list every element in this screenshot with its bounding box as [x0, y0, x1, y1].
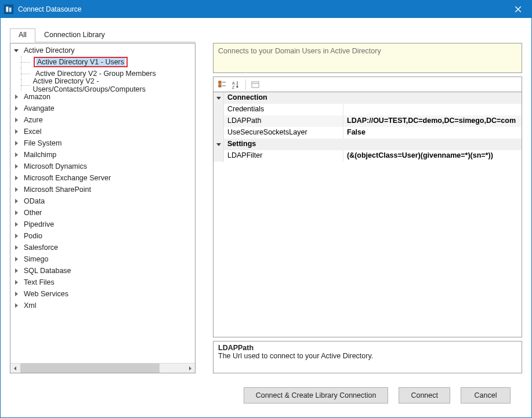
scroll-right-icon[interactable] — [185, 364, 195, 373]
highlight-box: Active Directory V1 - Users — [34, 57, 128, 67]
chevron-right-icon — [15, 187, 18, 192]
chevron-right-icon — [15, 210, 18, 215]
tree-node[interactable]: Podio — [10, 230, 195, 242]
tree-node[interactable]: Salesforce — [10, 242, 195, 253]
tree-node[interactable]: Web Services — [10, 288, 195, 300]
alphabetical-view-icon[interactable]: AZ — [230, 79, 243, 90]
connect-button[interactable]: Connect — [399, 387, 450, 404]
property-row[interactable]: LDAPPath LDAP://OU=TEST,DC=demo,DC=simeg… — [213, 115, 522, 127]
tree-node[interactable]: Microsoft Dynamics — [10, 161, 195, 172]
tree-node[interactable]: Microsoft Exchange Server — [10, 172, 195, 184]
horizontal-scrollbar[interactable] — [10, 363, 195, 373]
property-category[interactable]: Connection — [213, 92, 522, 104]
property-grid[interactable]: Connection Credentials LDAPPath LDAP://O… — [213, 92, 522, 337]
close-button[interactable] — [505, 1, 531, 18]
svg-text:A: A — [232, 81, 235, 85]
chevron-right-icon — [15, 234, 18, 238]
tree-node-active-directory[interactable]: Active Directory — [10, 45, 195, 56]
cancel-button[interactable]: Cancel — [461, 387, 511, 404]
tree-node[interactable]: Xml — [10, 300, 195, 311]
dialog-window: Connect Datasource All Connection Librar… — [0, 0, 532, 418]
svg-rect-1 — [9, 8, 12, 12]
chevron-down-icon — [14, 49, 19, 52]
help-title: LDAPPath — [218, 344, 517, 352]
chevron-right-icon — [15, 106, 18, 111]
tree-node[interactable]: Other — [10, 207, 195, 219]
chevron-right-icon — [15, 303, 18, 308]
tree-node[interactable]: Microsoft SharePoint — [10, 184, 195, 195]
tree-item[interactable]: Active Directory V2 - Users/Contacts/Gro… — [10, 79, 195, 91]
chevron-right-icon — [15, 245, 18, 250]
property-toolbar: AZ — [213, 77, 522, 92]
property-row[interactable]: Credentials — [213, 104, 522, 115]
property-row[interactable]: LDAPFilter (&(objectClass=User)(givennam… — [213, 150, 522, 162]
chevron-right-icon — [15, 118, 18, 122]
svg-rect-0 — [6, 7, 9, 12]
description-banner: Connects to your Domain Users in Active … — [213, 43, 522, 73]
tree-container: Active Directory Active Directory V1 - U… — [10, 43, 196, 373]
app-icon — [4, 5, 13, 14]
connect-create-library-button[interactable]: Connect & Create Library Connection — [244, 387, 389, 404]
chevron-right-icon — [15, 141, 18, 146]
tree-node[interactable]: Text Files — [10, 277, 195, 288]
tree-node[interactable]: Simego — [10, 253, 195, 265]
dialog-body: All Connection Library Active Directory — [1, 18, 531, 417]
tree-node[interactable]: File System — [10, 137, 195, 149]
right-panel: Connects to your Domain Users in Active … — [213, 28, 522, 373]
chevron-down-icon — [216, 143, 221, 146]
toolbar-separator — [245, 79, 246, 90]
scroll-left-icon[interactable] — [10, 364, 20, 373]
property-pages-icon[interactable] — [249, 79, 262, 90]
svg-rect-7 — [219, 85, 221, 87]
tree-node[interactable]: Azure — [10, 114, 195, 126]
chevron-right-icon — [15, 199, 18, 203]
svg-rect-6 — [219, 81, 221, 83]
property-help: LDAPPath The Url used to connect to your… — [213, 341, 522, 373]
property-category[interactable]: Settings — [213, 139, 522, 150]
svg-text:Z: Z — [232, 85, 235, 89]
tree-node[interactable]: Mailchimp — [10, 149, 195, 161]
chevron-right-icon — [15, 152, 18, 157]
chevron-right-icon — [15, 164, 18, 169]
datasource-tree[interactable]: Active Directory Active Directory V1 - U… — [10, 43, 195, 363]
chevron-right-icon — [15, 280, 18, 285]
chevron-right-icon — [15, 268, 18, 273]
tree-node[interactable]: SQL Database — [10, 265, 195, 277]
chevron-right-icon — [15, 222, 18, 227]
property-row[interactable]: UseSecureSocketsLayer False — [213, 127, 522, 139]
tabstrip: All Connection Library — [10, 28, 196, 42]
left-panel: All Connection Library Active Directory — [10, 28, 196, 373]
svg-marker-13 — [236, 86, 238, 88]
chevron-right-icon — [15, 292, 18, 296]
categorized-view-icon[interactable] — [216, 79, 229, 90]
description-text: Connects to your Domain Users in Active … — [218, 47, 381, 55]
window-title: Connect Datasource — [18, 5, 81, 13]
svg-marker-5 — [189, 366, 191, 370]
dialog-footer: Connect & Create Library Connection Conn… — [10, 373, 522, 417]
scroll-track[interactable] — [20, 364, 185, 373]
tree-node[interactable]: Excel — [10, 126, 195, 137]
svg-rect-14 — [252, 82, 259, 88]
tree-node[interactable]: OData — [10, 195, 195, 207]
chevron-right-icon — [15, 94, 18, 99]
tree-node[interactable]: Pipedrive — [10, 219, 195, 230]
tree-node[interactable]: Avangate — [10, 103, 195, 114]
svg-marker-4 — [14, 366, 16, 370]
chevron-right-icon — [15, 176, 18, 180]
chevron-right-icon — [15, 129, 18, 134]
tab-all[interactable]: All — [10, 28, 35, 42]
titlebar: Connect Datasource — [1, 1, 531, 18]
chevron-right-icon — [15, 257, 18, 261]
chevron-down-icon — [216, 97, 221, 100]
tree-item[interactable]: Active Directory V1 - Users — [10, 56, 195, 68]
help-text: The Url used to connect to your Active D… — [218, 352, 517, 360]
scroll-thumb[interactable] — [20, 364, 160, 373]
tab-connection-library[interactable]: Connection Library — [35, 28, 114, 42]
